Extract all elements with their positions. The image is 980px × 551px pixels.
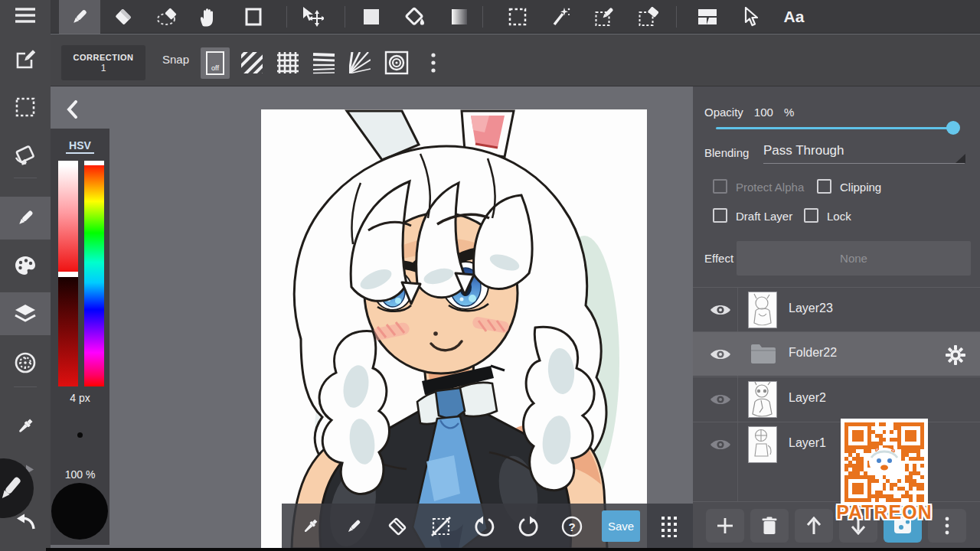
tone-concentric-circles-button[interactable]: [383, 49, 410, 77]
transform-tool-button[interactable]: [292, 0, 333, 34]
opacity-value: 100: [754, 106, 773, 119]
kebab-icon: [945, 517, 949, 535]
tone-radial-lines-button[interactable]: [346, 49, 374, 77]
quick-eyedropper-button[interactable]: [293, 510, 327, 543]
hue-slider-handle: [84, 161, 104, 165]
undo-button[interactable]: [468, 510, 501, 543]
layer-thumbnail: [748, 381, 777, 418]
save-button[interactable]: Save: [602, 510, 640, 542]
opacity-slider-knob[interactable]: [946, 121, 960, 135]
clipping-checkbox[interactable]: [817, 179, 831, 194]
materials-wheel-icon: [15, 352, 36, 373]
hue-slider[interactable]: [84, 161, 104, 386]
opacity-unit: %: [784, 106, 794, 119]
folder-settings-gear-icon[interactable]: [945, 344, 966, 366]
magic-wand-tool-button[interactable]: [541, 0, 582, 34]
redo-button[interactable]: [511, 510, 545, 543]
save-button-label: Save: [608, 520, 634, 533]
qr-code: [841, 419, 928, 506]
horizontal-lines-icon: [312, 51, 336, 75]
brush-size-value: 4 px: [51, 392, 109, 404]
blending-dropdown[interactable]: Pass Through: [763, 143, 844, 158]
move-cursor-icon: [301, 6, 324, 28]
text-tool-button[interactable]: Aa: [773, 0, 815, 34]
visibility-eye-icon[interactable]: [710, 302, 731, 318]
layer-row-layer1[interactable]: Layer1: [693, 422, 980, 466]
quick-eraser-button[interactable]: [381, 510, 414, 543]
toolbar-divider: [482, 6, 483, 28]
drawing-canvas[interactable]: [261, 109, 647, 549]
floating-pen-toggle-button[interactable]: [0, 458, 34, 518]
eraser-icon: [113, 7, 133, 27]
protect-alpha-label: Protect Alpha: [736, 181, 804, 194]
paint-bucket-tool-button[interactable]: [395, 0, 436, 34]
blending-dropdown-underline: [763, 163, 965, 164]
current-color-swatch[interactable]: [51, 483, 108, 540]
move-layer-up-button[interactable]: [795, 509, 833, 543]
canvas-artwork: [261, 109, 647, 549]
arrow-up-icon: [805, 517, 822, 535]
opacity-slider-track[interactable]: [716, 127, 959, 129]
gradient-tool-button[interactable]: [439, 0, 480, 34]
effect-label: Effect: [704, 252, 733, 265]
deselect-button[interactable]: [424, 510, 458, 543]
drag-grid-icon: [661, 516, 678, 537]
hand-tool-button[interactable]: [187, 0, 228, 34]
add-layer-button[interactable]: [706, 509, 744, 543]
help-button[interactable]: ?: [555, 510, 589, 543]
select-rectangle-tool-button[interactable]: [497, 0, 538, 34]
lasso-eraser-tool-button[interactable]: [147, 0, 188, 34]
trash-icon: [761, 517, 778, 535]
visibility-eye-icon[interactable]: [710, 347, 731, 362]
delete-layer-button[interactable]: [750, 509, 789, 543]
layer-name: Layer2: [789, 391, 826, 405]
visibility-eye-icon-dimmed[interactable]: [710, 437, 731, 452]
opacity-row: Opacity100%: [704, 106, 805, 119]
magic-wand-icon: [551, 7, 571, 27]
visibility-eye-icon-dimmed[interactable]: [710, 392, 731, 407]
object-select-button[interactable]: [730, 0, 771, 34]
hsv-tab[interactable]: HSV: [66, 139, 94, 154]
pen-icon: [345, 517, 363, 536]
divide-window-button[interactable]: [687, 0, 728, 34]
snap-off-button[interactable]: off: [201, 47, 230, 79]
layer-row-layer23[interactable]: Layer23: [693, 287, 980, 331]
sidebar-eyedropper-button[interactable]: [0, 405, 51, 448]
select-eraser-tool-button[interactable]: [628, 0, 669, 34]
eraser-tool-button[interactable]: [103, 0, 144, 34]
blending-label: Blending: [704, 146, 749, 159]
lock-checkbox[interactable]: [804, 208, 818, 223]
collapse-panel-button[interactable]: [61, 98, 83, 121]
sidebar-pen-panel-button[interactable]: [0, 197, 51, 240]
sidebar-edit-button[interactable]: [0, 38, 51, 81]
sidebar-layers-button[interactable]: [0, 292, 51, 335]
sidebar-rotate-button[interactable]: [0, 133, 51, 176]
layers-icon: [14, 303, 37, 324]
layer-row-layer2[interactable]: Layer2: [693, 377, 980, 421]
sidebar-palette-button[interactable]: [0, 244, 51, 287]
sidebar-divider: [14, 178, 37, 178]
plus-icon: [716, 517, 734, 535]
effect-selector[interactable]: None: [737, 241, 971, 276]
protect-alpha-checkbox[interactable]: [713, 179, 727, 194]
quick-pen-button[interactable]: [337, 510, 371, 543]
draft-layer-checkbox[interactable]: [713, 208, 727, 223]
pen-tool-button[interactable]: [59, 0, 100, 34]
saturation-value-slider[interactable]: [58, 161, 78, 386]
sidebar-materials-button[interactable]: [0, 341, 51, 384]
frame-tool-button[interactable]: [233, 0, 274, 34]
sidebar-menu-button[interactable]: [0, 0, 51, 37]
fill-solid-tool-button[interactable]: [351, 0, 392, 34]
grid-pattern-icon: [276, 51, 300, 75]
app-screen: Aa CORRECTION 1 Snap off: [0, 0, 980, 551]
options-more-button[interactable]: [423, 49, 444, 77]
select-pen-tool-button[interactable]: [584, 0, 626, 34]
tone-grid-button[interactable]: [274, 49, 302, 77]
tone-horizontal-lines-button[interactable]: [310, 49, 338, 77]
tone-diagonal-stripes-button[interactable]: [238, 49, 266, 77]
layer-row-folder22[interactable]: Folder22: [693, 331, 980, 376]
brush-size-preview[interactable]: [77, 432, 83, 438]
correction-button[interactable]: CORRECTION 1: [61, 45, 145, 80]
toolbar-drag-handle[interactable]: [652, 510, 686, 543]
sidebar-select-button[interactable]: [0, 86, 51, 129]
